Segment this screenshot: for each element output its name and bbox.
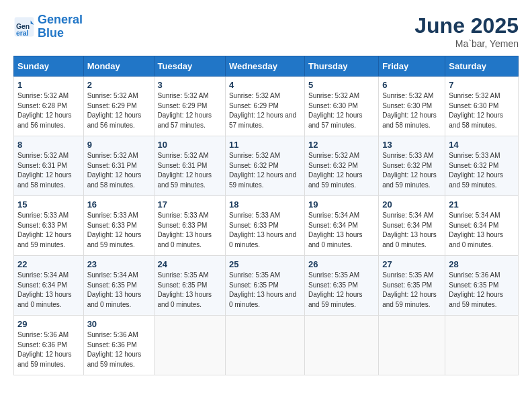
calendar-day-12: 12 Sunrise: 5:32 AMSunset: 6:32 PMDaylig… [304, 136, 378, 196]
calendar-day-14: 14 Sunrise: 5:33 AMSunset: 6:32 PMDaylig… [445, 136, 519, 196]
calendar-day-17: 17 Sunrise: 5:33 AMSunset: 6:33 PMDaylig… [154, 196, 225, 256]
calendar-body: 1 Sunrise: 5:32 AMSunset: 6:28 PMDayligh… [14, 77, 519, 375]
calendar-day-8: 8 Sunrise: 5:32 AMSunset: 6:31 PMDayligh… [14, 136, 84, 196]
month-title: June 2025 [414, 13, 519, 38]
calendar-table: SundayMondayTuesdayWednesdayThursdayFrid… [13, 56, 519, 375]
calendar-day-3: 3 Sunrise: 5:32 AMSunset: 6:29 PMDayligh… [154, 77, 225, 136]
logo-icon: Gen eral [13, 16, 35, 38]
calendar-week-row: 29 Sunrise: 5:36 AMSunset: 6:36 PMDaylig… [14, 316, 519, 375]
calendar-day-9: 9 Sunrise: 5:32 AMSunset: 6:31 PMDayligh… [83, 136, 154, 196]
calendar-day-29: 29 Sunrise: 5:36 AMSunset: 6:36 PMDaylig… [14, 316, 84, 375]
calendar-week-row: 1 Sunrise: 5:32 AMSunset: 6:28 PMDayligh… [14, 77, 519, 136]
title-block: June 2025 Ma`bar, Yemen [414, 13, 519, 49]
calendar-empty-cell [379, 316, 445, 375]
calendar-empty-cell [154, 316, 225, 375]
calendar-day-15: 15 Sunrise: 5:33 AMSunset: 6:33 PMDaylig… [14, 196, 84, 256]
calendar-header-row: SundayMondayTuesdayWednesdayThursdayFrid… [14, 56, 519, 77]
calendar-day-21: 21 Sunrise: 5:34 AMSunset: 6:34 PMDaylig… [445, 196, 519, 256]
calendar-day-28: 28 Sunrise: 5:36 AMSunset: 6:35 PMDaylig… [445, 256, 519, 316]
weekday-header-tuesday: Tuesday [154, 56, 225, 77]
calendar-day-25: 25 Sunrise: 5:35 AMSunset: 6:35 PMDaylig… [225, 256, 304, 316]
calendar-day-19: 19 Sunrise: 5:34 AMSunset: 6:34 PMDaylig… [304, 196, 378, 256]
location: Ma`bar, Yemen [414, 38, 519, 49]
logo-line1: General [38, 13, 83, 26]
calendar-day-13: 13 Sunrise: 5:33 AMSunset: 6:32 PMDaylig… [379, 136, 445, 196]
calendar-day-1: 1 Sunrise: 5:32 AMSunset: 6:28 PMDayligh… [14, 77, 84, 136]
calendar-day-18: 18 Sunrise: 5:33 AMSunset: 6:33 PMDaylig… [225, 196, 304, 256]
weekday-header-thursday: Thursday [304, 56, 378, 77]
calendar-week-row: 15 Sunrise: 5:33 AMSunset: 6:33 PMDaylig… [14, 196, 519, 256]
calendar-day-5: 5 Sunrise: 5:32 AMSunset: 6:30 PMDayligh… [304, 77, 378, 136]
svg-text:eral: eral [16, 30, 29, 37]
weekday-header-friday: Friday [379, 56, 445, 77]
calendar-day-20: 20 Sunrise: 5:34 AMSunset: 6:34 PMDaylig… [379, 196, 445, 256]
calendar-day-26: 26 Sunrise: 5:35 AMSunset: 6:35 PMDaylig… [304, 256, 378, 316]
calendar-day-16: 16 Sunrise: 5:33 AMSunset: 6:33 PMDaylig… [83, 196, 154, 256]
calendar-week-row: 22 Sunrise: 5:34 AMSunset: 6:34 PMDaylig… [14, 256, 519, 316]
calendar-empty-cell [445, 316, 519, 375]
calendar-day-23: 23 Sunrise: 5:34 AMSunset: 6:35 PMDaylig… [83, 256, 154, 316]
calendar-week-row: 8 Sunrise: 5:32 AMSunset: 6:31 PMDayligh… [14, 136, 519, 196]
logo: Gen eral General Blue [13, 13, 83, 40]
calendar-day-7: 7 Sunrise: 5:32 AMSunset: 6:30 PMDayligh… [445, 77, 519, 136]
calendar-day-6: 6 Sunrise: 5:32 AMSunset: 6:30 PMDayligh… [379, 77, 445, 136]
weekday-header-sunday: Sunday [14, 56, 84, 77]
weekday-header-saturday: Saturday [445, 56, 519, 77]
weekday-header-wednesday: Wednesday [225, 56, 304, 77]
weekday-header-monday: Monday [83, 56, 154, 77]
calendar-day-2: 2 Sunrise: 5:32 AMSunset: 6:29 PMDayligh… [83, 77, 154, 136]
calendar-empty-cell [304, 316, 378, 375]
calendar-empty-cell [225, 316, 304, 375]
calendar-day-10: 10 Sunrise: 5:32 AMSunset: 6:31 PMDaylig… [154, 136, 225, 196]
calendar-day-27: 27 Sunrise: 5:35 AMSunset: 6:35 PMDaylig… [379, 256, 445, 316]
calendar-day-24: 24 Sunrise: 5:35 AMSunset: 6:35 PMDaylig… [154, 256, 225, 316]
calendar-day-30: 30 Sunrise: 5:36 AMSunset: 6:36 PMDaylig… [83, 316, 154, 375]
logo-line2: Blue [38, 26, 64, 40]
calendar-day-22: 22 Sunrise: 5:34 AMSunset: 6:34 PMDaylig… [14, 256, 84, 316]
page-header: Gen eral General Blue June 2025 Ma`bar, … [13, 13, 519, 49]
calendar-day-11: 11 Sunrise: 5:32 AMSunset: 6:32 PMDaylig… [225, 136, 304, 196]
calendar-day-4: 4 Sunrise: 5:32 AMSunset: 6:29 PMDayligh… [225, 77, 304, 136]
